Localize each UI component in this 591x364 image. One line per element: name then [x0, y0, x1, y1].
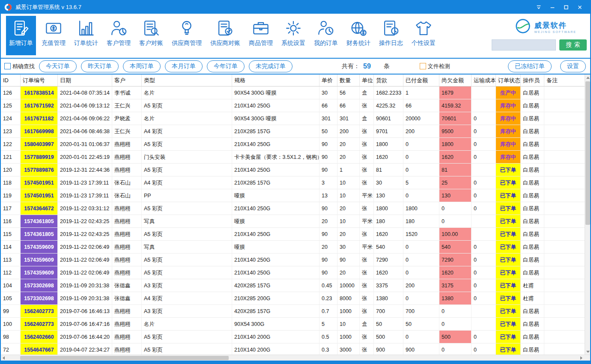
column-header-12[interactable]: 尚欠金额 [439, 75, 472, 86]
column-header-4[interactable]: 客户 [112, 75, 142, 86]
settings-button[interactable]: 设置 [560, 60, 586, 72]
column-header-14[interactable]: 订单状态 [496, 75, 521, 86]
column-header-15[interactable]: 操作员 [521, 75, 544, 86]
cell-spec: 210X140 250G [232, 266, 319, 279]
toolbar-item-10[interactable]: 我的订单 [311, 16, 341, 55]
maximize-icon[interactable] [559, 2, 573, 12]
toolbar-item-7[interactable]: 供应商对账 [207, 16, 243, 55]
toolbar-item-6[interactable]: 供应商管理 [169, 16, 205, 55]
quick-filter-button-5[interactable]: 今年订单 [207, 60, 245, 72]
toolbar-item-1[interactable]: 新增订单 [6, 16, 36, 55]
cell-customer: 张德鑫 [112, 292, 142, 304]
minimize-icon[interactable] [546, 2, 559, 12]
vertical-scrollbar[interactable] [585, 75, 590, 355]
table-row[interactable]: 9915624027732019-07-06 16:46:13燕栩栩A3 彩页4… [1, 305, 585, 318]
column-header-2[interactable]: 订单编号 [21, 75, 58, 86]
quick-filter-button-4[interactable]: 本月订单 [165, 60, 203, 72]
cell-freight [472, 305, 496, 317]
table-row[interactable]: 11915745019512019-11-23 17:39:11张石山PP哑膜1… [1, 189, 585, 202]
cell-operator: 白居易 [521, 87, 544, 99]
search-input[interactable] [492, 39, 556, 51]
table-row[interactable]: 12115778899192020-01-01 22:45:19燕栩栩门头安装卡… [1, 151, 585, 164]
column-header-13[interactable]: 运输成本 [472, 75, 496, 86]
quick-filter-button-6[interactable]: 未完成订单 [249, 60, 293, 72]
table-row[interactable]: 11715743646722019-11-22 03:31:12燕栩栩A5 彩页… [1, 202, 585, 215]
horizontal-scrollbar[interactable] [1, 355, 590, 361]
table-row[interactable]: 12015778898762019-12-31 22:44:36燕栩栩A5 彩页… [1, 164, 585, 176]
cell-status: 已下单 [496, 318, 521, 330]
product-icon [251, 18, 270, 38]
table-row[interactable]: 10015624027732019-07-06 16:47:16燕栩栩名片90X… [1, 318, 585, 331]
cell-owed: 0 [439, 202, 472, 215]
cell-unit: 张 [360, 305, 374, 317]
column-header-10[interactable]: 货款 [374, 75, 403, 86]
cell-date: 2019-07-06 16:47:16 [58, 318, 112, 330]
toolbar-item-8[interactable]: 商品管理 [246, 16, 276, 55]
cell-amount: 30 [374, 176, 403, 189]
column-header-1[interactable]: ID [1, 75, 21, 86]
column-header-11[interactable]: 已付金额 [403, 75, 439, 86]
exact-find-checkbox[interactable] [4, 63, 11, 69]
cell-type: PP [142, 189, 232, 202]
exact-find-checkbox-group[interactable]: 精确查找 [4, 63, 35, 70]
cell-note [544, 241, 585, 253]
toolbar-item-label: 我的订单 [314, 39, 338, 47]
file-check-checkbox-group[interactable]: 文件检测 [420, 63, 450, 70]
frozen-orders-button[interactable]: 已冻结订单 [508, 60, 552, 72]
column-header-9[interactable]: 单位 [360, 75, 374, 86]
table-row[interactable]: 12416176711822021-04-06 09:06:22尹晓孟名片90X… [1, 112, 585, 125]
scroll-up-icon[interactable] [586, 77, 590, 79]
cell-type: 写真 [142, 215, 232, 227]
toolbar-item-12[interactable]: 操作日志 [376, 16, 406, 55]
table-row[interactable]: 11315743596092019-11-22 02:06:49燕栩栩A5 彩页… [1, 254, 585, 266]
cell-freight: 0 [472, 189, 496, 202]
table-row[interactable]: 12616178385142021-04-08 07:35:14李书诚名片90X… [1, 87, 585, 99]
cell-status: 已下单 [496, 164, 521, 176]
table-row[interactable]: 12215804039972020-01-31 01:06:37燕栩栩A5 彩页… [1, 138, 585, 151]
quick-filter-button-3[interactable]: 本周订单 [123, 60, 161, 72]
toolbar-item-13[interactable]: 个性设置 [409, 16, 439, 55]
table-row[interactable]: 11215743596092019-11-22 02:06:49燕栩栩A5 彩页… [1, 266, 585, 279]
column-header-6[interactable]: 规格 [232, 75, 319, 86]
scroll-left-icon[interactable] [3, 356, 5, 360]
table-row[interactable]: 11515743618052019-11-22 02:43:25燕栩栩A5 彩页… [1, 228, 585, 241]
table-row[interactable]: 11415743596092019-11-22 02:06:49燕栩栩写真哑膜2… [1, 241, 585, 254]
collapse-icon[interactable] [532, 2, 546, 12]
toolbar-item-3[interactable]: 订单统计 [71, 16, 101, 55]
table-row[interactable]: 12516176715922021-04-06 09:13:12王仁兴A5 彩页… [1, 99, 585, 112]
toolbar-item-5[interactable]: 客户对账 [136, 16, 166, 55]
column-header-16[interactable]: 备注 [544, 75, 585, 86]
cell-order-no: 1554647667 [21, 343, 58, 355]
quick-filter-button-1[interactable]: 今天订单 [39, 60, 77, 72]
horizontal-scrollbar-thumb[interactable] [20, 356, 229, 360]
scroll-down-icon[interactable] [586, 351, 590, 353]
cell-unit: 张 [360, 202, 374, 215]
toolbar-item-2[interactable]: 充值管理 [39, 16, 69, 55]
table-row[interactable]: 9815624026602019-07-06 16:44:20燕栩栩A5 彩页2… [1, 331, 585, 343]
file-check-checkbox[interactable] [420, 63, 426, 69]
table-row[interactable]: 11815745019512019-11-23 17:39:11张石山A4 彩页… [1, 176, 585, 189]
table-row[interactable]: 11615743618052019-11-22 02:43:25燕栩栩写真哑膜2… [1, 215, 585, 228]
column-header-8[interactable]: 数量 [337, 75, 360, 86]
close-icon[interactable] [573, 2, 587, 12]
table-row[interactable]: 10415733026982019-11-09 20:31:38张德鑫A3 彩页… [1, 279, 585, 292]
cell-owed: 1380 [439, 292, 472, 304]
cell-order-no: 1573302698 [21, 292, 58, 304]
search-button[interactable]: 搜索 [559, 39, 587, 51]
vertical-scrollbar-thumb[interactable] [585, 81, 590, 225]
cell-price: 5 [319, 318, 337, 330]
toolbar-item-9[interactable]: 系统设置 [278, 16, 308, 55]
table-row[interactable]: 7215546476672019-04-07 22:34:27燕栩栩A5 彩页2… [1, 343, 585, 355]
column-header-7[interactable]: 单价 [319, 75, 337, 86]
cell-customer: 李书诚 [112, 87, 142, 99]
table-row[interactable]: 12316176699982021-04-06 08:46:38王仁兴A4 彩页… [1, 125, 585, 138]
quick-filter-button-2[interactable]: 昨天订单 [81, 60, 119, 72]
cell-type: A4 彩页 [142, 125, 232, 137]
toolbar-item-11[interactable]: 财务统计 [343, 16, 373, 55]
column-header-3[interactable]: 日期 [58, 75, 112, 86]
toolbar-item-4[interactable]: 客户管理 [104, 16, 134, 55]
column-header-5[interactable]: 类型 [142, 75, 232, 86]
table-row[interactable]: 10515733026982019-11-09 20:31:38张德鑫A4 彩页… [1, 292, 585, 305]
scroll-right-icon[interactable] [580, 356, 582, 360]
cell-customer: 燕栩栩 [112, 138, 142, 150]
